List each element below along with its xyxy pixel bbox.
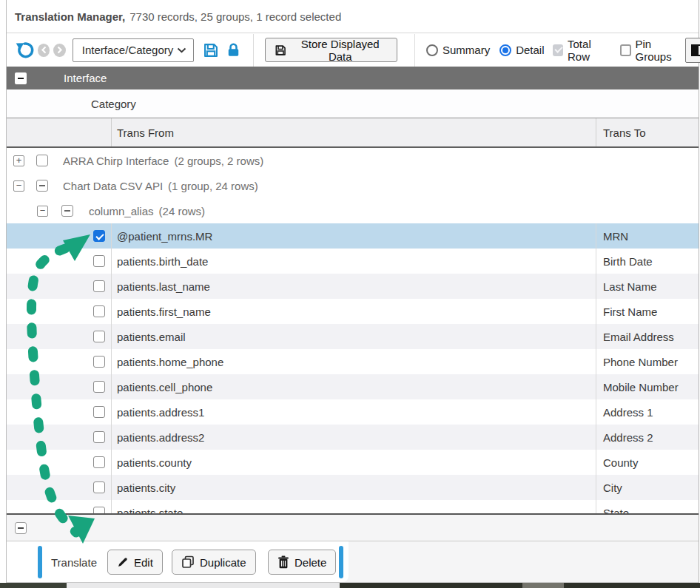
category-header-row: Category	[7, 89, 699, 118]
row-checkbox[interactable]	[93, 431, 105, 443]
table-row[interactable]: patients.cityCity	[7, 475, 699, 500]
row-checkbox[interactable]	[93, 356, 105, 368]
view-select[interactable]: Interface/Category	[73, 38, 194, 62]
group-row[interactable]: +ARRA Chirp Interface(2 groups, 2 rows)	[7, 148, 699, 173]
save-view-button[interactable]	[203, 42, 219, 58]
table-row[interactable]: patients.address2Address 2	[7, 425, 699, 450]
back-button[interactable]	[38, 44, 50, 57]
table-row[interactable]: patients.cell_phoneMobile Number	[7, 374, 699, 399]
title-bar: Translation Manager, 7730 records, 25 gr…	[7, 0, 699, 33]
lock-view-button[interactable]	[226, 42, 241, 58]
table-row[interactable]: patients.countyCounty	[7, 450, 699, 475]
group-checkbox[interactable]	[61, 205, 73, 217]
forward-button[interactable]	[53, 44, 65, 57]
chevron-down-icon	[177, 47, 186, 53]
trans-to-cell: Email Address	[596, 324, 699, 349]
row-checkbox[interactable]	[93, 305, 105, 317]
strip-segment	[522, 583, 564, 588]
group-row[interactable]: −column_alias(24 rows)	[7, 198, 699, 223]
group-row[interactable]: −Chart Data CSV API(1 group, 24 rows)	[7, 173, 699, 198]
group-count: (2 groups, 2 rows)	[174, 155, 263, 167]
trans-from-column-header: Trans From	[111, 118, 596, 146]
trans-to-value: Address 2	[603, 431, 653, 444]
table-row[interactable]: patients.stateState	[7, 500, 699, 515]
strip-segment	[0, 583, 67, 588]
row-checkbox[interactable]	[93, 255, 105, 267]
radio-summary-label: Summary	[442, 44, 490, 56]
radio-detail[interactable]: Detail	[499, 44, 544, 56]
trans-from-cell: patients.last_name	[111, 274, 596, 299]
trans-from-value: patients.last_name	[117, 280, 210, 293]
trans-from-cell: patients.cell_phone	[111, 374, 596, 399]
row-checkbox[interactable]	[93, 507, 105, 515]
detail-panel-collapse-button[interactable]	[15, 522, 27, 534]
row-checkbox[interactable]	[93, 406, 105, 418]
checkbox-total-row-control[interactable]	[553, 44, 563, 56]
group-label: Chart Data CSV API	[63, 180, 163, 192]
row-checkbox[interactable]	[93, 331, 105, 342]
store-displayed-data-button[interactable]: Store Displayed Data	[265, 38, 397, 62]
radio-summary[interactable]: Summary	[426, 44, 490, 56]
row-checkbox[interactable]	[93, 456, 105, 468]
trans-from-cell: patients.address1	[111, 399, 596, 425]
row-checkbox[interactable]	[93, 381, 105, 393]
trans-from-value: patients.address1	[117, 406, 204, 419]
trans-to-cell: County	[596, 450, 699, 475]
row-checkbox-cell	[7, 223, 111, 249]
row-checkbox-cell	[7, 324, 111, 349]
chevron-left-icon	[41, 46, 47, 54]
row-checkbox[interactable]	[93, 230, 105, 242]
collapse-toggle-icon[interactable]: −	[37, 206, 48, 217]
edit-button[interactable]: Edit	[107, 550, 163, 575]
checkbox-pin-groups-control[interactable]	[620, 44, 631, 56]
trans-to-value: Phone Number	[603, 356, 678, 368]
checkbox-total-row-label: Total Row	[568, 38, 612, 63]
trans-from-cell: patients.home_phone	[111, 349, 596, 374]
row-checkbox-cell	[7, 450, 111, 475]
checkbox-total-row[interactable]: Total Row	[553, 38, 612, 63]
delete-button[interactable]: Delete	[268, 550, 336, 575]
trans-to-value: MRN	[603, 230, 628, 243]
group-checkbox[interactable]	[36, 155, 48, 166]
group-count: (24 rows)	[159, 205, 206, 217]
radio-detail-control[interactable]	[499, 44, 511, 56]
trans-to-value: Birth Date	[603, 255, 653, 268]
category-header-label: Category	[91, 98, 136, 110]
trans-from-value: patients.state	[117, 507, 183, 516]
strip-segment	[564, 583, 700, 588]
trans-from-cell: patients.birth_date	[111, 249, 596, 274]
undo-button[interactable]	[15, 41, 34, 60]
duplicate-button[interactable]: Duplicate	[172, 550, 256, 575]
group-checkbox[interactable]	[36, 180, 48, 192]
trans-to-value: First Name	[603, 305, 657, 318]
trans-to-cell: Mobile Number	[596, 374, 699, 399]
row-checkbox-cell	[7, 349, 111, 374]
checkbox-pin-groups[interactable]: Pin Groups	[620, 38, 686, 63]
expand-toggle-icon[interactable]: +	[13, 155, 24, 166]
table-row[interactable]: patients.first_nameFirst Name	[7, 299, 699, 324]
rows-area: +ARRA Chirp Interface(2 groups, 2 rows)−…	[7, 148, 699, 515]
trans-from-value: patients.home_phone	[117, 356, 223, 368]
trans-to-cell: First Name	[596, 299, 699, 324]
interface-collapse-button[interactable]	[15, 72, 27, 84]
trans-to-value: County	[603, 456, 639, 469]
table-row[interactable]: patients.last_nameLast Name	[7, 274, 699, 299]
trans-to-cell: Phone Number	[596, 349, 699, 374]
table-row[interactable]: patients.home_phonePhone Number	[7, 349, 699, 374]
row-checkbox-cell	[7, 374, 111, 399]
lock-icon	[226, 42, 241, 58]
table-row[interactable]: patients.emailEmail Address	[7, 324, 699, 349]
trans-from-header-label: Trans From	[117, 126, 174, 139]
pencil-icon	[117, 556, 129, 568]
table-row[interactable]: patients.birth_dateBirth Date	[7, 249, 699, 274]
radio-summary-control[interactable]	[426, 44, 438, 56]
table-row[interactable]: @patient_mrns.MRMRN	[7, 223, 699, 249]
columns-button[interactable]	[685, 38, 700, 63]
trans-from-value: @patient_mrns.MR	[117, 230, 212, 243]
trans-from-value: patients.cell_phone	[117, 381, 212, 393]
row-checkbox[interactable]	[93, 481, 105, 493]
table-row[interactable]: patients.address1Address 1	[7, 399, 699, 425]
row-checkbox[interactable]	[93, 280, 105, 292]
translation-manager-window: Translation Manager, 7730 records, 25 gr…	[6, 0, 699, 583]
collapse-toggle-icon[interactable]: −	[13, 180, 24, 192]
